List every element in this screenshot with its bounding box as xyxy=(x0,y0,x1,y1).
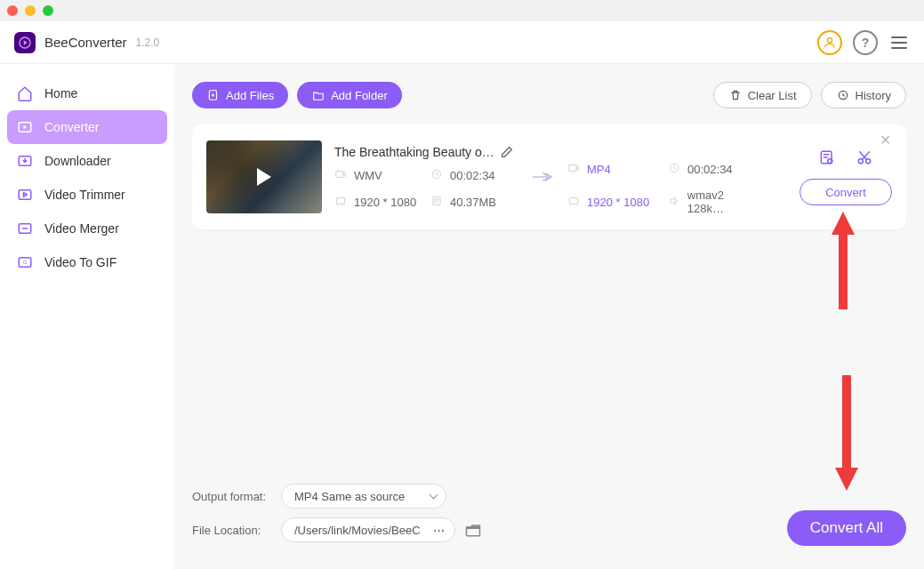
edit-title-icon[interactable] xyxy=(500,145,514,159)
out-resolution[interactable]: 1920 * 1080 xyxy=(567,188,663,215)
app-name: BeeConverter xyxy=(44,35,127,50)
help-icon[interactable]: ? xyxy=(853,30,878,55)
add-files-label: Add Files xyxy=(226,89,274,102)
sidebar-item-label: Video Trimmer xyxy=(44,188,125,202)
video-icon xyxy=(334,168,349,182)
download-icon xyxy=(16,152,34,170)
window-close-dot[interactable] xyxy=(7,5,18,16)
home-icon xyxy=(16,84,34,102)
svg-marker-1 xyxy=(24,40,28,44)
svg-point-2 xyxy=(827,37,832,42)
main-panel: Add Files Add Folder Clear List History … xyxy=(174,64,924,569)
more-icon[interactable]: ⋯ xyxy=(433,524,446,537)
app-header: BeeConverter 1.2.0 ? xyxy=(0,21,924,64)
trimmer-icon xyxy=(16,186,34,204)
src-format: WMV xyxy=(334,168,425,182)
history-button[interactable]: History xyxy=(821,82,906,108)
sidebar-item-label: Video Merger xyxy=(44,221,119,236)
clear-list-label: Clear List xyxy=(748,89,797,102)
sidebar-item-merger[interactable]: Video Merger xyxy=(7,212,167,245)
annotation-arrow xyxy=(833,375,860,491)
svg-rect-19 xyxy=(569,198,577,204)
converter-icon xyxy=(16,118,34,136)
svg-marker-7 xyxy=(24,193,28,197)
add-files-icon xyxy=(206,88,221,102)
src-duration: 00:02:34 xyxy=(430,168,521,182)
src-resolution: 1920 * 1080 xyxy=(334,195,425,209)
sidebar-item-label: Video To GIF xyxy=(44,255,117,269)
sidebar-item-converter[interactable]: Converter xyxy=(7,110,167,144)
convert-button[interactable]: Convert xyxy=(799,179,892,205)
svg-rect-17 xyxy=(569,165,576,172)
history-label: History xyxy=(856,89,891,102)
window-titlebar xyxy=(0,0,924,21)
resolution-icon xyxy=(334,195,349,209)
menu-icon[interactable] xyxy=(888,30,910,55)
resolution-icon xyxy=(567,195,582,209)
clock-icon xyxy=(430,168,445,182)
account-icon[interactable] xyxy=(817,30,842,55)
open-folder-icon[interactable] xyxy=(464,521,482,539)
clock-icon xyxy=(668,162,682,176)
add-folder-button[interactable]: Add Folder xyxy=(297,82,402,108)
play-icon xyxy=(257,168,271,186)
window-minimize-dot[interactable] xyxy=(25,5,36,16)
add-folder-icon xyxy=(311,88,325,102)
trash-icon xyxy=(728,88,743,102)
add-folder-label: Add Folder xyxy=(331,89,388,102)
output-format-select[interactable]: MP4 Same as source xyxy=(281,484,446,509)
out-duration: 00:02:34 xyxy=(668,162,763,176)
history-icon xyxy=(836,88,850,102)
annotation-arrow xyxy=(830,212,856,309)
arrow-separator xyxy=(526,168,562,186)
convert-all-button[interactable]: Convert All xyxy=(787,510,906,546)
svg-marker-4 xyxy=(24,125,28,130)
gif-icon: G xyxy=(16,253,34,271)
cut-icon[interactable] xyxy=(856,148,873,166)
toolbar: Add Files Add Folder Clear List History xyxy=(192,82,906,108)
window-zoom-dot[interactable] xyxy=(43,5,53,16)
audio-icon xyxy=(668,195,682,209)
sidebar-item-home[interactable]: Home xyxy=(7,76,167,110)
sidebar-item-trimmer[interactable]: Video Trimmer xyxy=(7,178,167,212)
sidebar-item-label: Home xyxy=(44,86,77,100)
video-thumbnail[interactable] xyxy=(206,140,322,213)
output-format-label: Output format: xyxy=(192,490,281,503)
app-logo xyxy=(14,32,36,53)
sidebar: Home Converter Downloader Video Trimmer … xyxy=(0,64,174,569)
file-icon xyxy=(430,195,445,209)
file-location-field[interactable]: /Users/link/Movies/BeeC ⋯ xyxy=(281,517,455,542)
svg-rect-13 xyxy=(336,172,343,178)
svg-rect-15 xyxy=(336,198,344,204)
settings-icon[interactable] xyxy=(818,148,836,166)
sidebar-item-label: Downloader xyxy=(44,154,111,168)
remove-item-button[interactable]: ✕ xyxy=(880,133,894,148)
svg-text:G: G xyxy=(23,260,27,265)
file-card: ✕ The Breathtaking Beauty of N… WMV xyxy=(192,124,906,229)
file-title: The Breathtaking Beauty of N… xyxy=(334,145,494,159)
app-version: 1.2.0 xyxy=(136,36,160,49)
sidebar-item-downloader[interactable]: Downloader xyxy=(7,144,167,178)
svg-rect-6 xyxy=(19,190,31,200)
add-files-button[interactable]: Add Files xyxy=(192,82,288,108)
out-audio: wmav2 128k… xyxy=(668,188,763,215)
merger-icon xyxy=(16,220,34,237)
out-format[interactable]: MP4 xyxy=(567,162,663,176)
sidebar-item-label: Converter xyxy=(44,120,99,134)
sidebar-item-gif[interactable]: G Video To GIF xyxy=(7,245,167,279)
video-icon xyxy=(567,162,582,176)
clear-list-button[interactable]: Clear List xyxy=(713,82,812,108)
file-location-label: File Location: xyxy=(192,524,281,537)
src-size: 40.37MB xyxy=(430,195,521,209)
